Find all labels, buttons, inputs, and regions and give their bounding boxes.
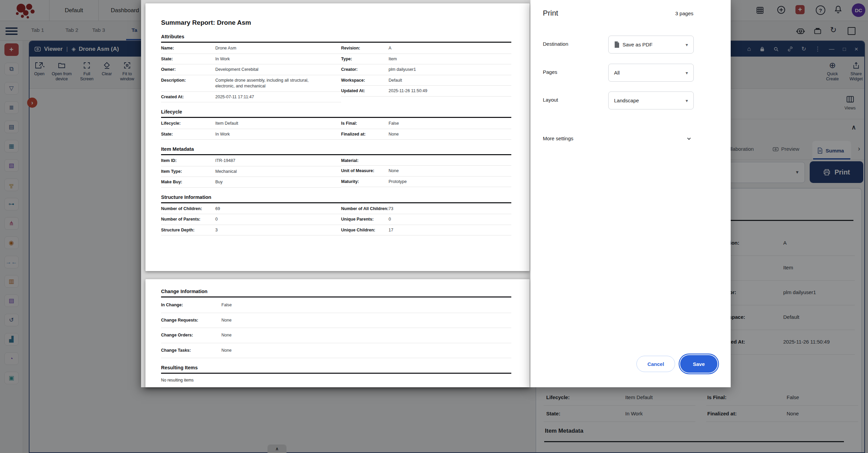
report-row: Description:Complete drone assembly, inc… [161, 75, 341, 92]
report-row: Make Buy:Buy [161, 177, 341, 188]
report-section-header: Structure Information [161, 194, 511, 200]
report-row: Item Type:Mechanical [161, 166, 341, 177]
more-settings-chevron-down-icon[interactable] [686, 136, 692, 141]
report-row: Material: [341, 156, 511, 166]
report-row: Item ID:ITR-19487 [161, 156, 341, 166]
print-dialog-title: Print [543, 9, 558, 18]
pages-dropdown[interactable]: All ▾ [608, 64, 694, 82]
report-section: Item MetadataItem ID:ITR-19487Item Type:… [161, 146, 511, 188]
pages-label: Pages [543, 69, 557, 75]
report-row: Change Requests:None [161, 313, 511, 328]
layout-dropdown[interactable]: Landscape ▾ [608, 91, 694, 109]
report-row: Type:Item [341, 54, 511, 65]
report-row: Revision:A [341, 43, 511, 54]
report-section-header: Item Metadata [161, 146, 511, 152]
pdf-file-icon [614, 41, 619, 48]
dropdown-caret-icon: ▾ [686, 42, 688, 47]
pages-value: All [614, 70, 620, 76]
report-section-header: Attributes [161, 34, 511, 39]
report-row: Number of Parents:0 [161, 214, 341, 225]
report-row: Number of All Children:73 [341, 204, 511, 214]
report-row: Unique Children:17 [341, 225, 511, 236]
preview-page-1: Summary Report: Drone Asm AttributesName… [145, 3, 530, 271]
section-rule [161, 202, 511, 203]
report-row: Unit of Measure:None [341, 166, 511, 177]
report-row: Creator:plm dailyuser1 [341, 64, 511, 75]
report-row: Structure Depth:3 [161, 225, 341, 236]
destination-label: Destination [543, 41, 568, 47]
report-row: Updated At:2025-11-26 11:50:49 [341, 86, 511, 97]
section-rule [161, 117, 511, 118]
more-settings-toggle[interactable]: More settings [543, 136, 573, 141]
report-row: State:In Work [161, 129, 341, 140]
save-button[interactable]: Save [680, 355, 717, 373]
report-section-header: Lifecycle [161, 109, 511, 115]
layout-label: Layout [543, 97, 558, 103]
report-row: Owner:Development Cerebital [161, 64, 341, 75]
report-row: State:In Work [161, 54, 341, 65]
report-row: In Change:False [161, 298, 511, 313]
report-row: Change Tasks:None [161, 343, 511, 358]
report-row: Finalized at:None [341, 129, 511, 140]
report-row: Workspace:Default [341, 75, 511, 86]
section-rule [161, 373, 511, 374]
dropdown-caret-icon: ▾ [686, 98, 688, 103]
report-row: Name:Drone Asm [161, 43, 341, 54]
page-count: 3 pages [675, 11, 693, 16]
destination-value: Save as PDF [623, 42, 652, 47]
report-section: AttributesName:Drone AsmState:In WorkOwn… [161, 34, 511, 102]
report-row: Number of Children:69 [161, 204, 341, 214]
print-dialog-panel: Print 3 pages Destination Save as PDF ▾ … [530, 0, 731, 387]
preview-page-2: Change InformationIn Change:FalseChange … [145, 279, 530, 387]
section-rule [161, 42, 511, 43]
report-section: Resulting ItemsNo resulting items [161, 365, 511, 383]
report-row: Change Orders:None [161, 328, 511, 343]
report-section-header: Resulting Items [161, 365, 511, 370]
report-row: Unique Parents:0 [341, 214, 511, 225]
screen: Default Dashboard 1 + ? [0, 0, 868, 453]
report-row: Created At:2025-07-11 17:11:47 [161, 92, 341, 103]
report-section-header: Change Information [161, 289, 511, 294]
dropdown-caret-icon: ▾ [686, 70, 688, 76]
cancel-button[interactable]: Cancel [636, 356, 675, 372]
report-section: LifecycleLifecycle:Item DefaultState:In … [161, 109, 511, 140]
section-rule [161, 296, 511, 297]
report-row: Lifecycle:Item Default [161, 118, 341, 129]
layout-value: Landscape [614, 98, 639, 103]
destination-dropdown[interactable]: Save as PDF ▾ [608, 36, 694, 54]
report-section: Change InformationIn Change:FalseChange … [161, 289, 511, 358]
report-section: Structure InformationNumber of Children:… [161, 194, 511, 236]
report-row: Is Final:False [341, 118, 511, 129]
report-row: Maturity:Prototype [341, 177, 511, 187]
empty-state-text: No resulting items [161, 378, 511, 383]
report-title: Summary Report: Drone Asm [161, 19, 511, 26]
print-preview-area: Summary Report: Drone Asm AttributesName… [141, 0, 530, 387]
section-rule [161, 154, 511, 155]
